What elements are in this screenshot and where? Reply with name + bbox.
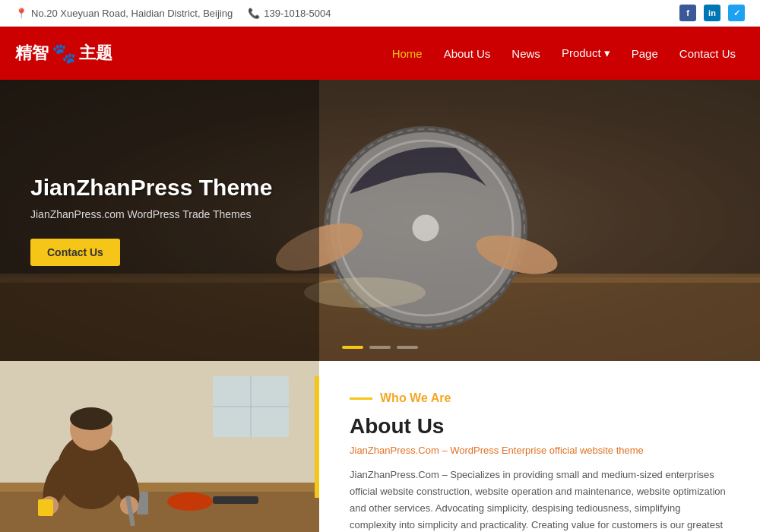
about-section: Who We Are About Us JianZhanPress.Com – …: [0, 361, 760, 532]
about-image-area: [0, 361, 319, 532]
about-tag-line: [350, 397, 372, 400]
svg-point-18: [167, 492, 213, 511]
twitter-link[interactable]: ✓: [728, 5, 745, 21]
nav-about[interactable]: About Us: [435, 41, 500, 66]
facebook-link[interactable]: f: [679, 5, 696, 21]
logo-paw-icon: 🐾: [52, 42, 76, 65]
hero-dot-3[interactable]: [397, 346, 418, 349]
phone-info: 139-1018-5004: [248, 8, 331, 19]
about-tag-text: Who We Are: [380, 391, 451, 405]
nav-news[interactable]: News: [502, 41, 549, 66]
address-info: No.20 Xueyuan Road, Haidian District, Be…: [15, 8, 233, 19]
topbar: No.20 Xueyuan Road, Haidian District, Be…: [0, 0, 760, 27]
hero-section: JianZhanPress Theme JianZhanPress.com Wo…: [0, 80, 760, 361]
linkedin-link[interactable]: in: [704, 5, 720, 21]
location-icon: [15, 8, 27, 19]
hero-subtitle: JianZhanPress.com WordPress Trade Themes: [30, 208, 289, 220]
svg-point-5: [410, 213, 441, 243]
nav-page[interactable]: Page: [622, 41, 667, 66]
header: 精智 🐾 主题 Home About Us News Product ▾ Pag…: [0, 27, 760, 80]
hero-title: JianZhanPress Theme: [30, 175, 289, 201]
hero-dot-2[interactable]: [369, 346, 391, 349]
topbar-contact-info: No.20 Xueyuan Road, Haidian District, Be…: [15, 8, 331, 19]
nav-product[interactable]: Product ▾: [553, 40, 619, 66]
social-links: f in ✓: [679, 5, 745, 21]
hero-content: JianZhanPress Theme JianZhanPress.com Wo…: [0, 80, 319, 361]
svg-rect-28: [38, 499, 53, 516]
hero-cta-button[interactable]: Contact Us: [30, 239, 120, 266]
about-accent-bar: [315, 376, 319, 498]
nav-contact[interactable]: Contact Us: [670, 41, 745, 66]
hero-dot-1[interactable]: [342, 346, 363, 349]
about-content: Who We Are About Us JianZhanPress.Com – …: [319, 361, 760, 532]
logo-text-right: 主题: [79, 42, 112, 65]
svg-point-9: [304, 277, 426, 308]
about-title: About Us: [350, 414, 730, 439]
logo[interactable]: 精智 🐾 主题: [15, 42, 112, 65]
svg-point-23: [70, 407, 112, 430]
about-tag: Who We Are: [350, 391, 730, 405]
about-subtitle: JianZhanPress.Com – WordPress Enterprise…: [350, 445, 730, 456]
about-description: JianZhanPress.Com – Specializes in provi…: [350, 467, 730, 532]
svg-rect-19: [213, 496, 258, 504]
address-text: No.20 Xueyuan Road, Haidian District, Be…: [31, 8, 233, 19]
phone-icon: [248, 8, 260, 19]
nav-home[interactable]: Home: [383, 41, 432, 66]
main-nav: Home About Us News Product ▾ Page Contac…: [383, 40, 745, 66]
phone-text: 139-1018-5004: [264, 8, 331, 19]
hero-pagination: [342, 346, 418, 349]
about-worker-image: [0, 361, 319, 532]
logo-text-left: 精智: [15, 42, 49, 65]
